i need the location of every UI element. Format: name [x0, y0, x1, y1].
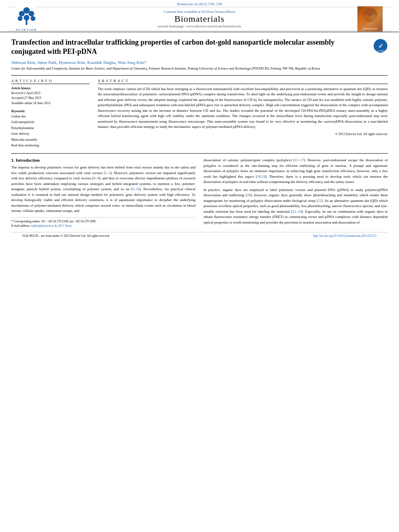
- keywords-section: Keywords: Carbon dot Gold nanoparticle P…: [11, 109, 90, 148]
- date-accepted: Accepted 27 May 2013: [11, 96, 90, 101]
- footnote-area: * Corresponding author. Tel.: +82 54 279…: [11, 217, 195, 228]
- sciverse-link[interactable]: Contents lists available at SciVerse Sci…: [164, 10, 236, 14]
- intro-para-1: The impetus to develop polymeric vectors…: [11, 165, 195, 214]
- svg-point-3: [29, 11, 34, 16]
- biomaterials-thumbnail: Biomaterials: [357, 6, 383, 32]
- page-footer: 0142-9612/$ – see front matter © 2013 El…: [11, 232, 388, 239]
- intro-col-right: dissociation of cationic polymer/gene co…: [204, 158, 388, 228]
- journal-banner-center: Contents lists available at SciVerse Sci…: [158, 10, 241, 28]
- journal-homepage: journal homepage: www.elsevier.com/locat…: [158, 24, 241, 28]
- journal-title: Biomaterials: [175, 14, 224, 24]
- date-available: Available online 18 June 2013: [11, 101, 90, 106]
- article-info-column: A R T I C L E I N F O Article history: R…: [11, 79, 90, 149]
- footnote-corresponding: * Corresponding author. Tel.: +82 54 279…: [11, 219, 195, 224]
- intro-col-left: 1. Introduction The impetus to develop p…: [11, 158, 195, 228]
- svg-point-11: [367, 10, 373, 16]
- elsevier-logo: ELSEVIER: [16, 6, 37, 31]
- keyword-gold-nanoparticle: Gold nanoparticle: [11, 119, 90, 125]
- article-info-heading: A R T I C L E I N F O: [11, 79, 90, 84]
- journal-header: Biomaterials 34 (2013) 7168–7180: [0, 0, 399, 32]
- footer-issn: 0142-9612/$ – see front matter © 2013 El…: [23, 234, 110, 238]
- crossmark-icon: ✓ CrossMark: [373, 39, 388, 53]
- body-divider: [11, 153, 388, 154]
- keyword-gene-delivery: Gene delivery: [11, 131, 90, 137]
- journal-banner: ELSEVIER Contents lists available at Sci…: [8, 7, 391, 31]
- copyright-line: © 2013 Elsevier Ltd. All rights reserved…: [98, 132, 388, 136]
- article-divider: [11, 75, 388, 76]
- date-received: Received 2 April 2013: [11, 91, 90, 96]
- biomaterials-cover-image: [358, 7, 382, 27]
- elsevier-label: ELSEVIER: [16, 28, 37, 31]
- biomaterials-thumb-label: Biomaterials: [363, 27, 377, 30]
- abstract-column: A B S T R A C T The work employs carbon …: [98, 79, 388, 149]
- article-authors: Jinhwan Kim, Juhee Park, Hyunwoo Kim, Ka…: [11, 60, 388, 65]
- abstract-text: The work employs carbon dot (CD) which h…: [98, 86, 388, 130]
- article-dates: Article history: Received 2 April 2013 A…: [11, 86, 90, 106]
- footer-doi[interactable]: http://dx.doi.org/10.1016/j.biomaterials…: [313, 234, 376, 238]
- article-title: Transfection and intracellular trafficki…: [11, 38, 388, 57]
- body-content: 1. Introduction The impetus to develop p…: [11, 158, 388, 228]
- article-columns: A R T I C L E I N F O Article history: R…: [11, 79, 388, 149]
- intro-para-2: dissociation of cationic polymer/gene co…: [204, 158, 388, 185]
- footnote-email-link[interactable]: wjkim@postech.ac.kr (W.J. Kim).: [31, 224, 72, 228]
- elsevier-tree-icon: [16, 6, 37, 27]
- journal-ref: Biomaterials 34 (2013) 7168–7180: [0, 2, 399, 6]
- history-label: Article history:: [11, 86, 90, 90]
- keyword-molecular-assembly: Molecular assembly: [11, 137, 90, 143]
- keyword-real-time: Real-time monitoring: [11, 143, 90, 148]
- svg-text:CrossMark: CrossMark: [376, 50, 386, 52]
- abstract-heading: A B S T R A C T: [98, 79, 388, 84]
- svg-text:✓: ✓: [378, 43, 383, 49]
- svg-rect-7: [26, 18, 27, 25]
- intro-section-title: 1. Introduction: [11, 158, 195, 162]
- intro-two-col: 1. Introduction The impetus to develop p…: [11, 158, 388, 228]
- page-wrapper: Biomaterials 34 (2013) 7168–7180: [0, 0, 399, 243]
- article-content: Transfection and intracellular trafficki…: [0, 32, 399, 243]
- intro-para-3: In practice, organic dyes are employed t…: [204, 187, 388, 226]
- svg-point-2: [19, 11, 25, 16]
- svg-point-4: [18, 16, 23, 21]
- footnote-email: E-mail address: wjkim@postech.ac.kr (W.J…: [11, 224, 195, 228]
- keyword-polyethylenimine: Polyethylenimine: [11, 125, 90, 131]
- keyword-carbon-dot: Carbon dot: [11, 114, 90, 119]
- keywords-label: Keywords:: [11, 109, 90, 113]
- article-affiliation: Center for Self-assembly and Complexity,…: [11, 66, 388, 71]
- svg-point-6: [31, 16, 35, 21]
